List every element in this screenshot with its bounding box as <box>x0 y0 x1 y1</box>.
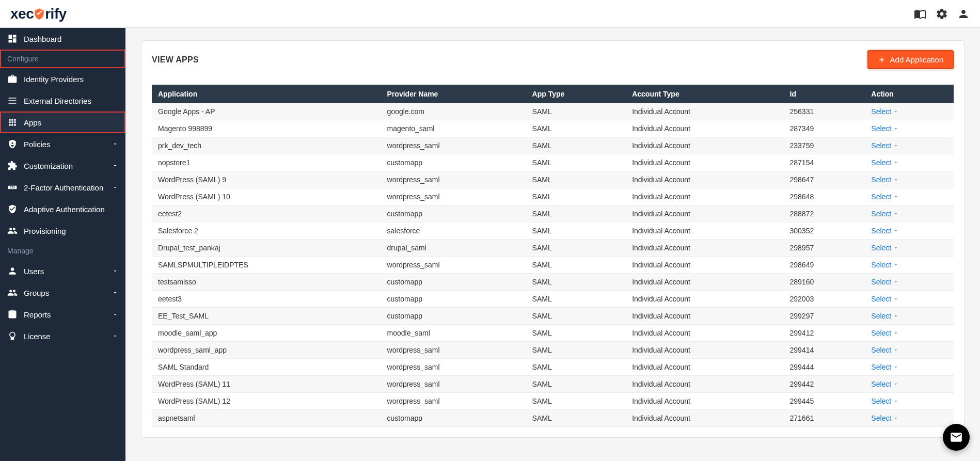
cell-id: 299297 <box>784 308 865 325</box>
select-dropdown[interactable]: Select <box>871 176 898 184</box>
badge-icon <box>7 331 18 341</box>
select-dropdown[interactable]: Select <box>871 329 898 337</box>
sidebar-item-policies[interactable]: Policies <box>0 133 125 155</box>
select-dropdown[interactable]: Select <box>871 210 898 218</box>
select-dropdown[interactable]: Select <box>871 312 898 320</box>
onetwothree-icon: 123 <box>7 182 18 193</box>
cell-application: wordpress_saml_app <box>152 342 381 359</box>
sidebar-item-external-directories[interactable]: External Directories <box>0 90 125 112</box>
cell-account: Individual Account <box>626 137 783 154</box>
logo[interactable]: xec rify <box>10 6 67 22</box>
sidebar-item-label: External Directories <box>24 97 91 105</box>
select-dropdown[interactable]: Select <box>871 141 898 150</box>
cell-apptype: SAML <box>526 137 626 154</box>
cell-account: Individual Account <box>626 274 783 291</box>
column-header: Action <box>865 85 954 103</box>
select-dropdown[interactable]: Select <box>871 244 898 252</box>
sidebar-item-customization[interactable]: Customization <box>0 155 125 177</box>
cell-apptype: SAML <box>526 342 626 359</box>
add-application-button[interactable]: Add Application <box>867 50 954 69</box>
select-dropdown[interactable]: Select <box>871 295 898 303</box>
cell-apptype: SAML <box>526 376 626 393</box>
sidebar-item-identity-providers[interactable]: Identity Providers <box>0 68 125 90</box>
sidebar-item-label: Customization <box>24 162 73 170</box>
apps-card: VIEW APPS Add Application ApplicationPro… <box>141 40 965 438</box>
select-dropdown[interactable]: Select <box>871 158 898 167</box>
cell-provider: wordpress_saml <box>381 359 526 376</box>
sidebar-item-label: Users <box>24 267 44 276</box>
cell-apptype: SAML <box>526 359 626 376</box>
sidebar-item-dashboard[interactable]: Dashboard <box>0 28 125 50</box>
column-header: Provider Name <box>381 85 526 103</box>
select-dropdown[interactable]: Select <box>871 380 898 388</box>
select-label: Select <box>871 227 891 235</box>
select-dropdown[interactable]: Select <box>871 278 898 286</box>
cell-account: Individual Account <box>626 376 783 393</box>
table-row: Google Apps - APgoogle.comSAMLIndividual… <box>152 103 954 120</box>
cell-apptype: SAML <box>526 222 626 240</box>
table-row: WordPress (SAML) 10wordpress_samlSAMLInd… <box>152 188 954 205</box>
select-dropdown[interactable]: Select <box>871 107 898 116</box>
cell-provider: customapp <box>381 274 526 291</box>
sidebar-item-reports[interactable]: Reports <box>0 304 125 325</box>
cell-action: Select <box>865 188 954 205</box>
add-button-label: Add Application <box>890 55 943 64</box>
chevron-down-icon <box>112 333 118 339</box>
gear-icon[interactable] <box>936 8 948 20</box>
cell-account: Individual Account <box>626 154 783 171</box>
cell-action: Select <box>865 137 954 154</box>
select-dropdown[interactable]: Select <box>871 414 898 422</box>
sidebar-item-adaptive-authentication[interactable]: Adaptive Authentication <box>0 198 125 220</box>
sidebar-item-provisioning[interactable]: Provisioning <box>0 220 125 242</box>
people-arrows-icon <box>7 226 18 236</box>
cell-apptype: SAML <box>526 188 626 205</box>
clipboard-icon <box>7 309 18 320</box>
sidebar-item-users[interactable]: Users <box>0 260 125 282</box>
puzzle-icon <box>7 161 18 171</box>
table-row: WordPress (SAML) 11wordpress_samlSAMLInd… <box>152 376 954 393</box>
cell-apptype: SAML <box>526 410 626 427</box>
select-dropdown[interactable]: Select <box>871 346 898 354</box>
cell-application: testsamlsso <box>152 274 381 291</box>
sidebar-item-groups[interactable]: Groups <box>0 282 125 304</box>
book-icon[interactable] <box>914 8 926 20</box>
cell-account: Individual Account <box>626 120 783 137</box>
cell-apptype: SAML <box>526 171 626 188</box>
cell-apptype: SAML <box>526 308 626 325</box>
select-dropdown[interactable]: Select <box>871 397 898 405</box>
chat-widget[interactable] <box>943 424 970 451</box>
select-dropdown[interactable]: Select <box>871 261 898 269</box>
person-icon[interactable] <box>957 8 970 20</box>
table-row: Magento 998899magento_samlSAMLIndividual… <box>152 120 954 137</box>
shield-gear-icon <box>7 139 18 149</box>
cell-provider: magento_saml <box>381 120 526 137</box>
cell-provider: drupal_saml <box>381 240 526 257</box>
select-dropdown[interactable]: Select <box>871 193 898 201</box>
cell-account: Individual Account <box>626 171 783 188</box>
cell-apptype: SAML <box>526 257 626 274</box>
cell-action: Select <box>865 120 954 137</box>
cell-application: eetest2 <box>152 205 381 222</box>
cell-application: SAML Standard <box>152 359 381 376</box>
select-dropdown[interactable]: Select <box>871 227 898 235</box>
cell-id: 300352 <box>784 222 865 240</box>
cell-id: 299442 <box>784 376 865 393</box>
table-row: eetest3customappSAMLIndividual Account29… <box>152 291 954 308</box>
sidebar-item-2-factor-authentication[interactable]: 1232-Factor Authentication <box>0 177 125 198</box>
select-label: Select <box>871 176 891 184</box>
cell-account: Individual Account <box>626 291 783 308</box>
page-title: VIEW APPS <box>152 55 199 65</box>
sidebar-item-apps[interactable]: Apps <box>0 112 125 133</box>
cell-account: Individual Account <box>626 410 783 427</box>
cell-id: 287154 <box>784 154 865 171</box>
select-dropdown[interactable]: Select <box>871 124 898 133</box>
card-body: ApplicationProvider NameApp TypeAccount … <box>141 78 964 437</box>
cell-id: 298648 <box>784 188 865 205</box>
cell-action: Select <box>865 325 954 342</box>
select-dropdown[interactable]: Select <box>871 363 898 371</box>
cell-id: 288872 <box>784 205 865 222</box>
cell-id: 298649 <box>784 257 865 274</box>
cell-id: 299444 <box>784 359 865 376</box>
sidebar-item-license[interactable]: License <box>0 325 125 347</box>
cell-application: Salesforce 2 <box>152 222 381 240</box>
